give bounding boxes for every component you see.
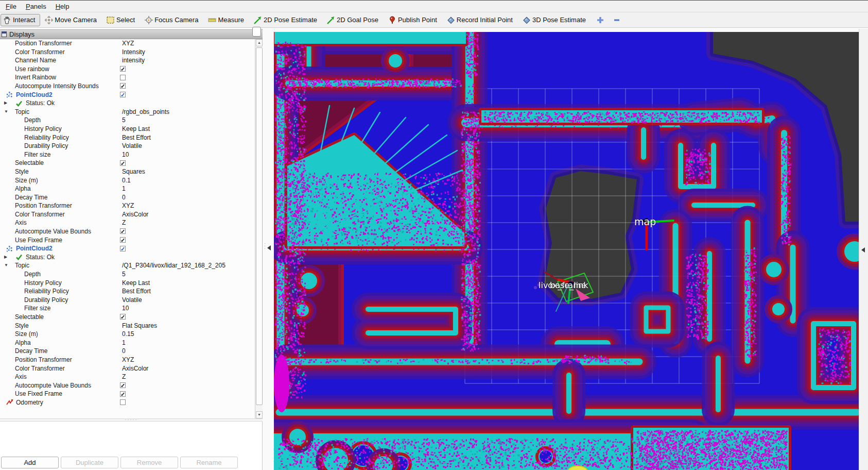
property-value[interactable]: Keep Last	[122, 125, 150, 133]
tool-record-initial-point[interactable]: Record Initial Point	[444, 14, 518, 26]
property-value[interactable]: Z	[122, 219, 126, 227]
property-value[interactable]: 0.1	[122, 176, 131, 185]
property-value[interactable]: 5	[122, 270, 126, 279]
checkbox-checked[interactable]: ✓	[120, 391, 126, 397]
tree-row-filter-size[interactable]: Filter size10	[0, 150, 255, 159]
tree-row-alpha[interactable]: Alpha1	[0, 184, 255, 193]
tree-row-position-transformer[interactable]: Position TransformerXYZ	[0, 39, 255, 48]
property-value[interactable]: Flat Squares	[122, 322, 157, 330]
expander-open-icon[interactable]: ▼	[4, 261, 9, 270]
checkbox-checked[interactable]: ✓	[120, 160, 126, 166]
tree-row-depth[interactable]: Depth5	[0, 116, 255, 125]
menu-item-help[interactable]: Help	[51, 2, 74, 11]
splitter-left[interactable]: ···	[263, 29, 274, 470]
property-value[interactable]: AxisColor	[122, 210, 148, 219]
expander-closed-icon[interactable]: ▶	[4, 99, 9, 108]
tree-row-depth[interactable]: Depth5	[0, 270, 255, 279]
tree-row-selectable[interactable]: Selectable✓	[0, 313, 255, 322]
tree-row-channel-name[interactable]: Channel Nameintensity	[0, 56, 255, 65]
property-value[interactable]: XYZ	[122, 202, 134, 210]
tree-row-reliability-policy[interactable]: Reliability PolicyBest Effort	[0, 133, 255, 142]
property-value[interactable]: 0	[122, 193, 126, 202]
tree-row-color-transformer[interactable]: Color TransformerAxisColor	[0, 210, 255, 219]
property-value[interactable]: 0	[122, 347, 126, 356]
tree-row-alpha[interactable]: Alpha1	[0, 339, 255, 347]
tree-row-color-transformer[interactable]: Color TransformerIntensity	[0, 48, 255, 57]
tree-row-selectable[interactable]: Selectable✓	[0, 159, 255, 167]
property-value[interactable]: XYZ	[122, 356, 134, 364]
tree-row-autocompute-value-bounds[interactable]: Autocompute Value Bounds✓	[0, 227, 255, 236]
property-value[interactable]: 1	[122, 184, 126, 193]
tool-focus-camera[interactable]: Focus Camera	[142, 14, 203, 26]
tree-row-autocompute-value-bounds[interactable]: Autocompute Value Bounds✓	[0, 381, 255, 390]
tree-scrollbar[interactable]: ▲ ▼	[255, 39, 263, 418]
tree-row-status-ok[interactable]: ▶Status: Ok	[0, 99, 255, 108]
tree-row-axis[interactable]: AxisZ	[0, 219, 255, 227]
tree-row-style[interactable]: StyleFlat Squares	[0, 322, 255, 330]
tool-2d-pose-estimate[interactable]: 2D Pose Estimate	[251, 14, 322, 26]
tool-measure[interactable]: Measure	[205, 14, 249, 26]
panel-float-button[interactable]	[252, 27, 261, 37]
checkbox-unchecked[interactable]	[120, 399, 126, 405]
tree-row-autocompute-intensity-bounds[interactable]: Autocompute Intensity Bounds✓	[0, 82, 255, 91]
tree-row-color-transformer[interactable]: Color TransformerAxisColor	[0, 364, 255, 373]
checkbox-unchecked[interactable]	[120, 75, 126, 80]
tree-row-history-policy[interactable]: History PolicyKeep Last	[0, 125, 255, 133]
checkbox-checked[interactable]: ✓	[120, 92, 126, 97]
tree-row-decay-time[interactable]: Decay Time0	[0, 193, 255, 202]
splitter-right[interactable]	[859, 29, 868, 470]
checkbox-checked[interactable]: ✓	[120, 237, 126, 243]
tree-row-topic[interactable]: ▼Topic/Q1_P304/livox/lidar_192_168_2_205	[0, 261, 255, 270]
scrollbar-thumb[interactable]	[256, 47, 263, 405]
property-value[interactable]: /rgbd_obs_points	[122, 108, 169, 116]
collapse-left-icon[interactable]	[267, 245, 271, 250]
property-value[interactable]: intensity	[122, 56, 145, 65]
remove-button[interactable]: Remove	[120, 457, 178, 468]
property-value[interactable]: Best Effort	[122, 133, 151, 142]
property-value[interactable]: 5	[122, 116, 126, 125]
property-value[interactable]: Z	[122, 373, 126, 381]
tool-move-camera[interactable]: Move Camera	[42, 14, 102, 26]
tool-2d-goal-pose[interactable]: 2D Goal Pose	[324, 14, 384, 26]
tree-row-durability-policy[interactable]: Durability PolicyVolatile	[0, 296, 255, 305]
expander-open-icon[interactable]: ▼	[4, 108, 9, 116]
tree-row-history-policy[interactable]: History PolicyKeep Last	[0, 279, 255, 288]
property-value[interactable]: Intensity	[122, 48, 145, 57]
tree-row-filter-size[interactable]: Filter size10	[0, 304, 255, 313]
property-value[interactable]: Volatile	[122, 296, 142, 305]
add-button[interactable]: Add	[1, 457, 59, 468]
tree-row-use-rainbow[interactable]: Use rainbow✓	[0, 65, 255, 74]
checkbox-checked[interactable]: ✓	[120, 83, 126, 89]
property-value[interactable]: 10	[122, 304, 129, 313]
tool-3d-pose-estimate[interactable]: 3D Pose Estimate	[520, 14, 591, 26]
tree-row-position-transformer[interactable]: Position TransformerXYZ	[0, 356, 255, 364]
checkbox-checked[interactable]: ✓	[120, 246, 126, 251]
checkbox-checked[interactable]: ✓	[120, 228, 126, 234]
menu-item-panels[interactable]: Panels	[21, 2, 51, 11]
property-value[interactable]: Best Effort	[122, 287, 151, 296]
expander-closed-icon[interactable]: ▶	[4, 253, 9, 262]
checkbox-checked[interactable]: ✓	[120, 382, 126, 388]
tool-plus[interactable]	[593, 14, 607, 26]
tool-publish-point[interactable]: Publish Point	[386, 14, 442, 26]
scroll-down-button[interactable]: ▼	[256, 411, 263, 418]
tree-row-status-ok[interactable]: ▶Status: Ok	[0, 253, 255, 262]
tree-row-invert-rainbow[interactable]: Invert Rainbow	[0, 73, 255, 82]
tree-row-size-m-[interactable]: Size (m)0.15	[0, 330, 255, 339]
tree-row-pointcloud2[interactable]: PointCloud2✓	[0, 91, 255, 99]
tree-row-position-transformer[interactable]: Position TransformerXYZ	[0, 202, 255, 210]
collapse-right-icon[interactable]	[861, 247, 865, 253]
tree-row-decay-time[interactable]: Decay Time0	[0, 347, 255, 356]
tree-row-size-m-[interactable]: Size (m)0.1	[0, 176, 255, 185]
rename-button[interactable]: Rename	[180, 457, 238, 468]
tool-select[interactable]: Select	[104, 14, 140, 26]
costmap-render-view[interactable]	[274, 32, 859, 470]
duplicate-button[interactable]: Duplicate	[61, 457, 118, 468]
tree-row-reliability-policy[interactable]: Reliability PolicyBest Effort	[0, 287, 255, 296]
tree-row-use-fixed-frame[interactable]: Use Fixed Frame✓	[0, 236, 255, 245]
tree-row-use-fixed-frame[interactable]: Use Fixed Frame✓	[0, 390, 255, 398]
scroll-up-button[interactable]: ▲	[256, 39, 263, 46]
property-value[interactable]: Squares	[122, 167, 145, 176]
tool-interact[interactable]: Interact	[1, 14, 40, 26]
property-value[interactable]: /Q1_P304/livox/lidar_192_168_2_205	[122, 261, 225, 270]
